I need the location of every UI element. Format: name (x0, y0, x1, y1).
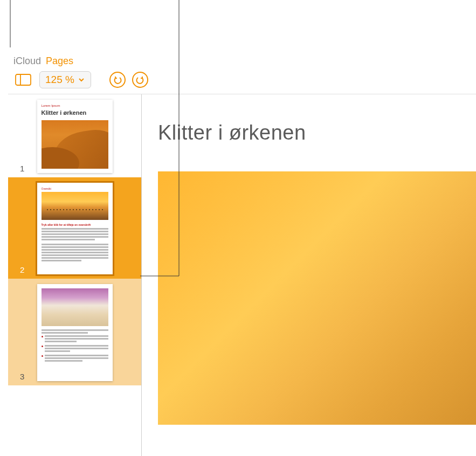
thumbnail-content (37, 284, 113, 381)
undo-icon (113, 75, 122, 85)
view-panel-button[interactable] (13, 72, 33, 88)
page-thumbnail[interactable]: Lorem Ipsum Klitter i ørkenen 1 (8, 94, 141, 177)
view-panel-icon (15, 74, 31, 86)
thumbnail-image (42, 120, 108, 169)
undo-button[interactable] (109, 72, 126, 88)
thumbnail-subheading: Lorem Ipsum (42, 104, 108, 107)
app-window: iCloud Pages 125 % (8, 51, 476, 456)
redo-icon (135, 75, 145, 85)
page-thumbnail[interactable]: 3 (8, 279, 141, 385)
document-hero-image[interactable] (158, 171, 476, 425)
workspace: Lorem Ipsum Klitter i ørkenen 1 Oversikt… (8, 94, 476, 456)
thumbnail-heading: Klitter i ørkenen (42, 109, 108, 116)
breadcrumb: iCloud Pages (8, 51, 476, 68)
page-number: 3 (20, 372, 24, 381)
document-title[interactable]: Klitter i ørkenen (158, 121, 476, 144)
page-number: 1 (20, 164, 24, 173)
thumbnail-sidebar[interactable]: Lorem Ipsum Klitter i ørkenen 1 Oversikt… (8, 94, 142, 456)
zoom-value: 125 % (45, 74, 74, 86)
thumbnail-content: Oversikt Tryk eller klik for at tilføje … (37, 183, 113, 274)
thumbnail-image (42, 288, 108, 326)
redo-button[interactable] (132, 72, 148, 88)
breadcrumb-module[interactable]: Pages (46, 56, 73, 66)
thumbnail-section: Oversikt (42, 187, 108, 190)
breadcrumb-app[interactable]: iCloud (13, 56, 41, 66)
document-canvas[interactable]: Klitter i ørkenen (142, 94, 476, 456)
page-thumbnail[interactable]: Oversikt Tryk eller klik for at tilføje … (8, 177, 141, 279)
thumbnail-caption: Tryk eller klik for at tilføje en oversk… (42, 223, 108, 226)
page-number: 2 (20, 265, 24, 274)
chevron-down-icon (78, 76, 85, 84)
zoom-dropdown[interactable]: 125 % (39, 71, 91, 88)
thumbnail-content: Lorem Ipsum Klitter i ørkenen (37, 100, 113, 173)
toolbar: 125 % (8, 68, 476, 94)
svg-rect-3 (16, 74, 31, 85)
thumbnail-image (42, 192, 108, 220)
